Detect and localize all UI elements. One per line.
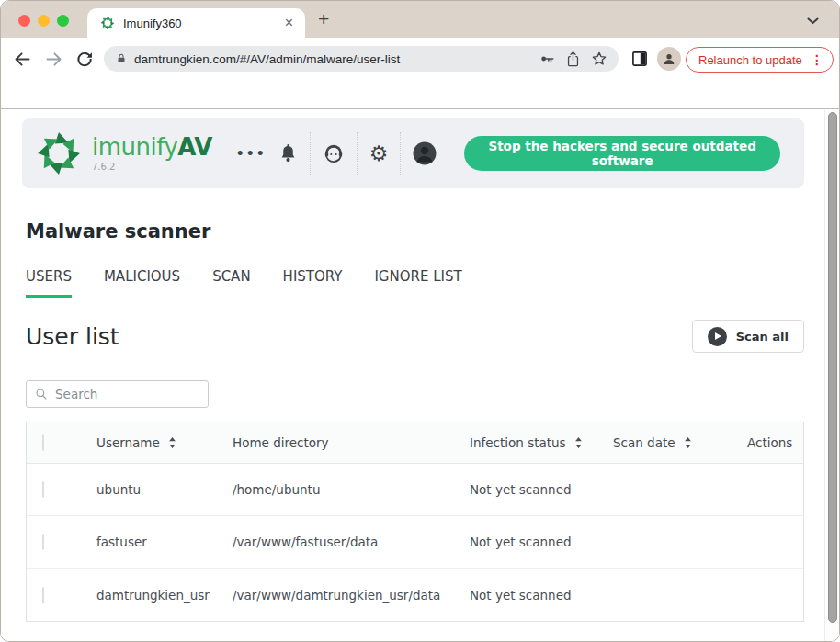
imunify-header-bar: imunifyAV 7.6.2 •••	[22, 118, 804, 188]
version-label: 7.6.2	[92, 162, 212, 172]
notifications-bell-icon[interactable]	[267, 132, 310, 175]
col-home-directory: Home directory	[233, 435, 470, 450]
table-header-row: Username Home directory Infection status	[27, 422, 803, 464]
play-icon	[708, 327, 727, 346]
sort-scan-date-icon[interactable]	[684, 437, 692, 448]
col-username[interactable]: Username	[96, 435, 160, 450]
section-title: User list	[26, 323, 119, 350]
share-icon[interactable]	[565, 51, 581, 68]
select-all-checkbox[interactable]	[42, 434, 44, 451]
minimize-window-button[interactable]	[38, 15, 50, 27]
side-panel-icon[interactable]	[630, 50, 649, 72]
malware-nav-tabs: USERS MALICIOUS SCAN HISTORY IGNORE LIST	[26, 268, 462, 298]
password-key-icon[interactable]	[539, 51, 555, 67]
browser-menu-kebab-icon[interactable]: ⋮	[811, 52, 823, 67]
sort-infection-status-icon[interactable]	[574, 437, 583, 448]
user-list-section-header: User list Scan all	[26, 320, 804, 353]
row-checkbox[interactable]	[42, 534, 44, 550]
url-text: damtrungkien.com/#/AV/admin/malware/user…	[134, 52, 528, 66]
person-icon	[662, 51, 676, 66]
tab-malicious[interactable]: MALICIOUS	[104, 268, 180, 298]
relaunch-to-update-button[interactable]: Relaunch to update ⋮	[686, 47, 834, 73]
page-content: imunifyAV 7.6.2 •••	[1, 110, 824, 641]
traffic-lights	[18, 15, 69, 27]
scan-all-button[interactable]: Scan all	[692, 320, 804, 353]
scrollbar-thumb[interactable]	[828, 112, 837, 623]
imunify-logo-icon	[36, 130, 82, 176]
cell-infection-status: Not yet scanned	[470, 535, 613, 549]
web-page: imunifyAV 7.6.2 •••	[1, 80, 839, 641]
tab-ignore-list[interactable]: IGNORE LIST	[374, 268, 461, 298]
bookmark-star-icon[interactable]	[591, 51, 607, 67]
scan-all-label: Scan all	[736, 330, 789, 344]
back-button[interactable]	[6, 50, 38, 69]
header-icon-row: ⚙	[267, 132, 449, 175]
col-scan-date[interactable]: Scan date	[613, 435, 675, 450]
page-title: Malware scanner	[26, 220, 210, 242]
user-avatar-icon[interactable]	[400, 132, 448, 175]
overflow-menu-icon[interactable]: •••	[236, 146, 267, 161]
brand-name-primary: imunify	[92, 133, 177, 161]
imunify-favicon-icon	[100, 16, 115, 30]
cell-username: ubuntu	[96, 482, 233, 497]
support-headset-icon[interactable]	[310, 132, 357, 175]
browser-toolbar: damtrungkien.com/#/AV/admin/malware/user…	[1, 38, 839, 80]
cell-username: damtrungkien_usr	[96, 588, 233, 603]
table-row: ubuntu /home/ubuntu Not yet scanned	[27, 464, 803, 516]
close-tab-icon[interactable]: ×	[282, 15, 296, 31]
browser-tab[interactable]: Imunify360 ×	[87, 8, 305, 38]
browser-window: Imunify360 × + damtrungkien.com/#/AV/a	[0, 0, 840, 642]
row-checkbox[interactable]	[42, 587, 44, 603]
search-input[interactable]	[55, 387, 199, 401]
cell-infection-status: Not yet scanned	[470, 482, 613, 497]
close-window-button[interactable]	[18, 15, 30, 27]
new-tab-button[interactable]: +	[318, 13, 329, 26]
col-actions: Actions	[722, 435, 803, 450]
sort-username-icon[interactable]	[168, 437, 176, 448]
address-bar[interactable]: damtrungkien.com/#/AV/admin/malware/user…	[104, 46, 619, 72]
brand-name-secondary: AV	[177, 133, 211, 161]
table-row: fastuser /var/www/fastuser/data Not yet …	[27, 516, 803, 569]
col-infection-status[interactable]: Infection status	[470, 435, 566, 450]
tab-strip: Imunify360 × +	[1, 1, 839, 38]
tab-users[interactable]: USERS	[26, 268, 72, 298]
tab-history[interactable]: HISTORY	[283, 268, 343, 298]
tab-scan[interactable]: SCAN	[212, 268, 250, 298]
lock-icon	[115, 51, 128, 66]
cell-infection-status: Not yet scanned	[470, 588, 613, 603]
page-scrollbar[interactable]	[824, 110, 839, 641]
row-checkbox[interactable]	[42, 481, 44, 498]
browser-profile-avatar[interactable]	[657, 47, 681, 71]
forward-button[interactable]	[38, 50, 69, 69]
stop-hackers-cta-button[interactable]: Stop the hackers and secure outdated sof…	[464, 136, 780, 171]
cell-home-directory: /var/www/fastuser/data	[233, 535, 470, 549]
relaunch-label: Relaunch to update	[698, 53, 802, 67]
table-row: damtrungkien_usr /var/www/damtrungkien_u…	[27, 569, 803, 621]
search-icon	[35, 387, 48, 401]
tab-title: Imunify360	[123, 17, 282, 30]
reload-button[interactable]	[69, 50, 100, 68]
cell-username: fastuser	[96, 535, 233, 549]
page-top-gap	[1, 80, 839, 109]
cell-home-directory: /var/www/damtrungkien_usr/data	[233, 588, 470, 603]
cell-home-directory: /home/ubuntu	[233, 482, 470, 497]
zoom-window-button[interactable]	[57, 15, 69, 27]
tab-search-chevron-icon[interactable]	[807, 17, 819, 25]
imunify-brand[interactable]: imunifyAV 7.6.2	[36, 130, 212, 176]
settings-gear-icon[interactable]: ⚙	[357, 132, 401, 175]
search-box	[26, 380, 209, 408]
user-list-table: Username Home directory Infection status	[26, 422, 804, 622]
